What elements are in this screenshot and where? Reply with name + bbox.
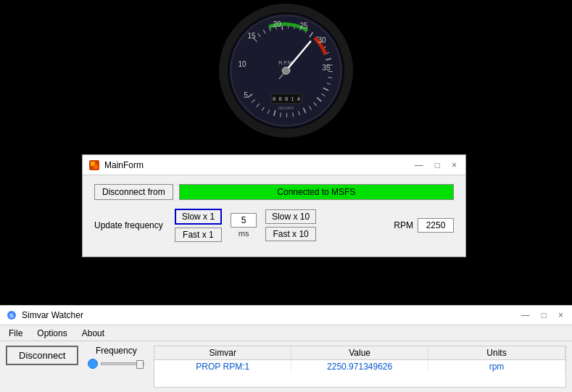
simvar-title-text: Simvar Watcher xyxy=(22,310,83,320)
svg-text:10: 10 xyxy=(238,60,246,68)
simvar-icon: S xyxy=(6,309,17,321)
frequency-row: Update frequency Slow x 1 Fast x 1 5 ms … xyxy=(94,209,454,242)
simvar-menu-bar: File Options About xyxy=(0,325,572,341)
slow-fast-left-group: Slow x 1 Fast x 1 xyxy=(175,209,222,242)
rpm-label: RPM xyxy=(394,220,413,230)
ms-label: ms xyxy=(239,229,249,238)
slow-x10-button[interactable]: Slow x 10 xyxy=(265,209,316,224)
simvar-table-header: Simvar Value Units xyxy=(154,346,565,360)
menu-options[interactable]: Options xyxy=(34,328,70,339)
mainform-window-controls: — □ × xyxy=(412,159,460,171)
simvar-title-left: S Simvar Watcher xyxy=(6,309,83,321)
menu-file[interactable]: File xyxy=(6,328,25,339)
svg-point-52 xyxy=(283,67,290,75)
simvar-frequency-panel: Frequency xyxy=(87,346,145,388)
svg-text:35: 35 xyxy=(322,64,331,72)
simvar-titlebar: S Simvar Watcher — □ × xyxy=(0,305,572,325)
simvar-left-panel: Disconnect xyxy=(6,346,78,388)
mainform-title-text: MainForm xyxy=(104,160,144,170)
connected-indicator: Connected to MSFS xyxy=(179,184,454,200)
svg-rect-55 xyxy=(94,164,98,169)
connection-row: Disconnect from Connected to MSFS xyxy=(94,184,454,200)
fast-x10-button[interactable]: Fast x 10 xyxy=(265,227,316,241)
simvar-minimize-button[interactable]: — xyxy=(518,309,533,321)
mainform-content: Disconnect from Connected to MSFS Update… xyxy=(83,175,465,257)
disconnect-from-button[interactable]: Disconnect from xyxy=(94,184,173,200)
simvar-disconnect-button[interactable]: Disconnect xyxy=(6,346,78,365)
simvar-col-header-simvar: Simvar xyxy=(154,346,291,359)
ms-display: 5 ms xyxy=(231,213,257,238)
simvar-frequency-thumb[interactable] xyxy=(136,360,144,369)
mainform-minimize-button[interactable]: — xyxy=(412,159,426,171)
black-divider xyxy=(0,141,572,154)
simvar-table-row: PROP RPM:1 2250.971349626 rpm xyxy=(154,360,565,373)
simvar-frequency-dot xyxy=(88,359,98,369)
svg-text:30: 30 xyxy=(318,36,326,44)
fast-x1-button[interactable]: Fast x 1 xyxy=(175,228,222,242)
simvar-maximize-button[interactable]: □ xyxy=(539,309,550,321)
rpm-value: 2250 xyxy=(418,218,454,233)
menu-about[interactable]: About xyxy=(79,328,107,339)
top-area: 5 10 15 20 25 30 35 R.P.M. ×100 0 0 0 1 … xyxy=(0,0,572,141)
svg-text:0 0 0 1 4: 0 0 0 1 4 xyxy=(273,96,300,102)
rpm-section: RPM 2250 xyxy=(394,218,454,233)
simvar-content: Disconnect Frequency Simvar Value Units … xyxy=(0,341,572,392)
svg-text:25: 25 xyxy=(299,22,308,30)
mainform-maximize-button[interactable]: □ xyxy=(432,159,443,171)
simvar-frequency-label: Frequency xyxy=(96,346,137,356)
svg-text:5: 5 xyxy=(244,91,248,99)
simvar-cell-units: rpm xyxy=(428,360,565,373)
simvar-cell-value: 2250.971349626 xyxy=(291,360,428,373)
slow-fast-right-group: Slow x 10 Fast x 10 xyxy=(265,209,316,241)
mainform-icon xyxy=(88,159,100,171)
simvar-cell-simvar: PROP RPM:1 xyxy=(154,360,291,373)
svg-text:20: 20 xyxy=(273,20,281,28)
mainform-window: MainForm — □ × Disconnect from Connected… xyxy=(82,154,466,257)
mainform-titlebar: MainForm — □ × xyxy=(83,155,465,175)
update-frequency-label: Update frequency xyxy=(94,220,163,230)
simvar-window-controls: — □ × xyxy=(518,309,566,321)
rpm-gauge: 5 10 15 20 25 30 35 R.P.M. ×100 0 0 0 1 … xyxy=(219,4,353,138)
svg-text:15: 15 xyxy=(247,32,256,40)
ms-value: 5 xyxy=(231,213,257,228)
simvar-close-button[interactable]: × xyxy=(555,309,566,321)
simvar-watcher-panel: S Simvar Watcher — □ × File Options Abou… xyxy=(0,305,572,392)
svg-text:HOURS: HOURS xyxy=(278,106,294,110)
mainform-close-button[interactable]: × xyxy=(449,159,460,171)
simvar-frequency-track xyxy=(101,362,144,365)
slow-x1-button[interactable]: Slow x 1 xyxy=(175,209,222,225)
simvar-col-header-units: Units xyxy=(428,346,565,359)
simvar-col-header-value: Value xyxy=(291,346,428,359)
mainform-title-left: MainForm xyxy=(88,159,144,171)
svg-text:S: S xyxy=(9,312,14,319)
simvar-frequency-slider-container xyxy=(88,359,144,369)
simvar-table: Simvar Value Units PROP RPM:1 2250.97134… xyxy=(154,346,566,388)
